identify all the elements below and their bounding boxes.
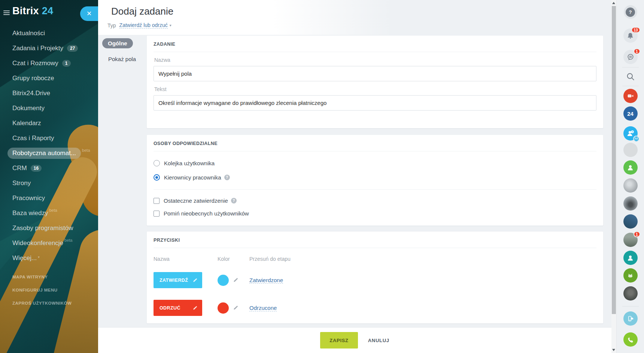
user-avatar[interactable] [623, 214, 638, 229]
user-icon [627, 164, 634, 171]
user-avatar[interactable] [623, 178, 638, 193]
type-selector-link[interactable]: Zatwierdź lub odrzuć [119, 22, 168, 28]
bitrix24-logo[interactable]: Bitrix 24 [12, 5, 53, 17]
form-cards: ZADANIE Nazwa Tekst OSOBY ODPOWIEDZIALNE… [147, 36, 603, 323]
tab-general[interactable]: Ogólne [102, 38, 133, 48]
hamburger-menu-icon[interactable] [3, 10, 10, 16]
radio-checked[interactable] [154, 174, 160, 181]
video-call-button[interactable] [623, 89, 638, 103]
vertical-scrollbar[interactable] [611, 0, 616, 353]
edit-pencil-icon [192, 278, 198, 283]
checkbox-label-skip: Pomiń nieobecnych użytkowników [164, 210, 249, 217]
sidebar-item-grupy[interactable]: Grupy robocze [0, 71, 98, 86]
user-avatar[interactable] [623, 286, 638, 301]
divider [622, 86, 639, 86]
scroll-up-arrow[interactable] [612, 2, 615, 4]
beta-label: beta [49, 208, 57, 212]
chevron-down-icon: ▾ [38, 255, 40, 259]
sidebar-item-robotyczna-active[interactable]: Robotyczna automat...beta [0, 146, 98, 161]
radio-row-managers[interactable]: Kierownicy pracownika ? [154, 174, 596, 181]
checkbox-label-final: Ostateczne zatwierdzenie [164, 197, 228, 204]
close-icon: ✕ [86, 10, 92, 18]
radio-row-queue[interactable]: Kolejka użytkownika [154, 160, 596, 166]
counter-badge: 27 [67, 45, 78, 52]
type-label: Typ [107, 22, 116, 28]
call-button[interactable] [623, 332, 638, 347]
avatar-badge: 1 [634, 231, 640, 237]
divider [154, 248, 596, 248]
invite-user-button[interactable] [623, 126, 638, 141]
page-title: Dodaj zadanie [111, 6, 173, 17]
sidebar-item-crm[interactable]: CRM16 [0, 161, 98, 176]
search-icon [626, 72, 635, 81]
sidebar-link-zapros-uzytkownikow[interactable]: ZAPROŚ UŻYTKOWNIKÓW [12, 297, 98, 310]
sidebar-link-konfiguruj-menu[interactable]: KONFIGURUJ MENU [12, 284, 98, 297]
help-icon: ? [626, 7, 635, 17]
user-avatar-teal[interactable] [623, 251, 638, 265]
sidebar-item-wiecej[interactable]: Więcej...▾ [0, 251, 98, 266]
tab-show-fields[interactable]: Pokaż pola [108, 56, 136, 62]
sidebar-item-pracownicy[interactable]: Pracownicy [0, 191, 98, 206]
scrollbar-thumb[interactable] [612, 6, 616, 314]
buttons-table-header: Nazwa Kolor Przesuń do etapu [154, 256, 596, 262]
reject-button[interactable]: ODRZUĆ [154, 300, 202, 316]
sidebar-item-kalendarz[interactable]: Kalendarz [0, 116, 98, 131]
text-input[interactable] [154, 95, 596, 111]
avatar-placeholder[interactable] [623, 143, 638, 157]
user-icon [627, 254, 634, 262]
sidebar-item-baza-wiedzy[interactable]: Baza wiedzybeta [0, 206, 98, 221]
text-field-label: Tekst [154, 86, 596, 92]
edit-pencil-icon [192, 305, 198, 311]
user-avatar-badged[interactable]: 1 [623, 233, 638, 247]
radio-label-managers: Kierownicy pracownika [164, 174, 221, 181]
divider [154, 189, 596, 190]
divider [154, 151, 596, 151]
checkbox-unchecked[interactable] [154, 211, 160, 217]
notifications-button[interactable]: 13 [623, 28, 638, 43]
approve-button[interactable]: ZATWIERDŹ [154, 272, 202, 288]
bitrix24-badge[interactable]: 24 [623, 106, 638, 121]
name-input[interactable] [154, 66, 596, 81]
edit-pencil-icon[interactable] [233, 277, 239, 283]
help-icon[interactable]: ? [231, 198, 237, 203]
scroll-down-arrow[interactable] [612, 349, 615, 351]
sidebar-item-czat[interactable]: Czat i Rozmowy1 [0, 56, 98, 71]
checkbox-row-skip[interactable]: Pomiń nieobecnych użytkowników [154, 210, 596, 217]
bot-avatar[interactable] [623, 268, 638, 283]
sidebar-item-dokumenty[interactable]: Dokumenty [0, 101, 98, 116]
sidebar-link-mapa-witryny[interactable]: MAPA WITRYNY [12, 271, 98, 284]
radio-unchecked[interactable] [154, 160, 160, 166]
chat-button[interactable]: 1 [623, 50, 638, 64]
mobile-app-button[interactable] [623, 311, 638, 326]
checkbox-row-final[interactable]: Ostateczne zatwierdzenie ? [154, 197, 596, 204]
stage-link-approved[interactable]: Zatwierdzone [249, 277, 283, 284]
color-cell-reject [218, 302, 249, 314]
stage-link-rejected[interactable]: Odrzucone [249, 305, 277, 311]
edit-pencil-icon[interactable] [233, 305, 239, 311]
sidebar-item-drive[interactable]: Bitrix24.Drive [0, 86, 98, 101]
save-button[interactable]: ZAPISZ [320, 332, 358, 349]
user-avatar[interactable] [623, 196, 638, 211]
invite-user-icon [627, 130, 634, 137]
sidebar-item-zadania[interactable]: Zadania i Projekty27 [0, 41, 98, 56]
sidebar-item-czas[interactable]: Czas i Raporty [0, 131, 98, 146]
sidebar-item-strony[interactable]: Strony [0, 176, 98, 191]
sidebar-item-zasoby[interactable]: Zasoby programistów [0, 221, 98, 236]
color-swatch-reject[interactable] [218, 302, 229, 314]
cancel-button[interactable]: ANULUJ [368, 338, 389, 343]
help-button[interactable]: ? [624, 5, 637, 19]
main-content: Dodaj zadanie Typ Zatwierdź lub odrzuć ▾… [98, 0, 611, 353]
color-swatch-approve[interactable] [218, 275, 229, 286]
close-panel-button[interactable]: ✕ [80, 6, 98, 21]
column-header-color: Kolor [218, 256, 249, 262]
help-icon[interactable]: ? [224, 175, 230, 180]
sidebar-item-aktualnosci[interactable]: Aktualności [0, 26, 98, 41]
checkbox-unchecked[interactable] [154, 198, 160, 204]
divider [154, 52, 596, 52]
form-footer-bar: ZAPISZ ANULUJ [98, 327, 611, 353]
mobile-cloud-icon [627, 315, 634, 322]
search-button[interactable] [626, 72, 635, 82]
bell-icon [627, 32, 634, 39]
sidebar-item-wideokonferencje[interactable]: Wideokonferencjebeta [0, 236, 98, 251]
user-avatar-green[interactable] [623, 160, 638, 175]
